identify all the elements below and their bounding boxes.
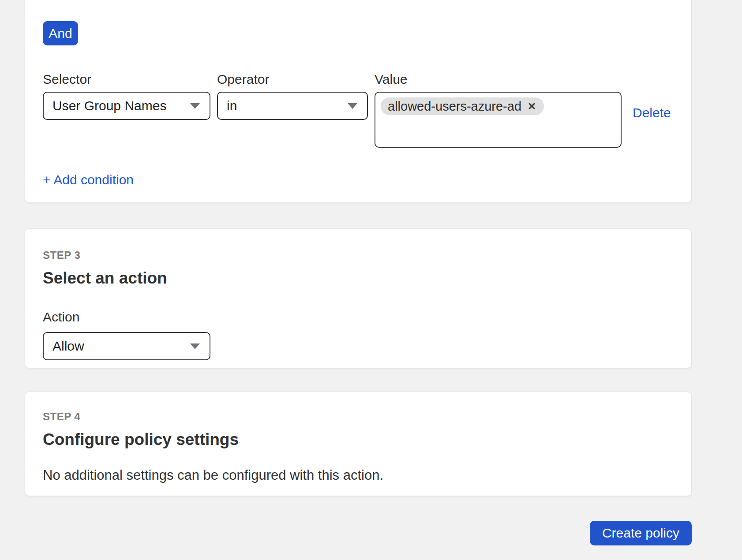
chevron-down-icon bbox=[190, 343, 200, 349]
step3-title: Select an action bbox=[43, 269, 674, 288]
step4-description: No additional settings can be configured… bbox=[43, 467, 674, 484]
delete-column: Delete bbox=[628, 71, 674, 121]
add-condition-link[interactable]: + Add condition bbox=[43, 172, 134, 188]
step4-card: STEP 4 Configure policy settings No addi… bbox=[25, 392, 692, 496]
step4-label: STEP 4 bbox=[43, 411, 674, 423]
value-column: Value allowed-users-azure-ad ✕ bbox=[375, 71, 622, 148]
step3-label: STEP 3 bbox=[43, 249, 674, 261]
step4-title: Configure policy settings bbox=[43, 430, 674, 449]
action-select-value: Allow bbox=[52, 339, 84, 354]
policy-builder-page: And Selector User Group Names Operator i… bbox=[0, 0, 742, 545]
step3-card: STEP 3 Select an action Action Allow bbox=[25, 228, 692, 368]
condition-row: Selector User Group Names Operator in Va… bbox=[43, 71, 674, 148]
chevron-down-icon bbox=[348, 103, 357, 109]
selector-label: Selector bbox=[43, 71, 210, 87]
and-rule-button[interactable]: And bbox=[43, 21, 78, 45]
operator-select[interactable]: in bbox=[217, 92, 368, 120]
operator-select-value: in bbox=[227, 98, 237, 113]
value-tag: allowed-users-azure-ad ✕ bbox=[381, 97, 544, 115]
conditions-card: And Selector User Group Names Operator i… bbox=[25, 0, 692, 203]
selector-select-value: User Group Names bbox=[52, 98, 166, 113]
operator-column: Operator in bbox=[217, 71, 368, 120]
value-tag-label: allowed-users-azure-ad bbox=[388, 99, 521, 114]
footer-actions: Create policy bbox=[25, 521, 692, 545]
create-policy-button[interactable]: Create policy bbox=[590, 521, 692, 545]
delete-condition-link[interactable]: Delete bbox=[633, 105, 671, 120]
action-select[interactable]: Allow bbox=[43, 332, 210, 360]
remove-tag-icon[interactable]: ✕ bbox=[528, 101, 536, 112]
selector-select[interactable]: User Group Names bbox=[43, 92, 210, 120]
action-label: Action bbox=[43, 309, 674, 325]
selector-column: Selector User Group Names bbox=[43, 71, 210, 120]
value-input[interactable]: allowed-users-azure-ad ✕ bbox=[375, 92, 622, 148]
value-label: Value bbox=[375, 71, 622, 87]
chevron-down-icon bbox=[190, 103, 200, 109]
operator-label: Operator bbox=[217, 71, 368, 87]
